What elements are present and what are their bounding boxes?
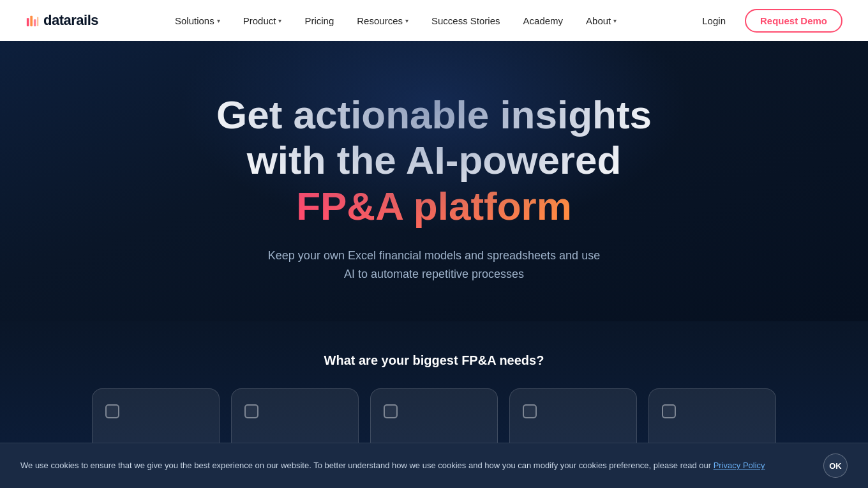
nav-item-academy[interactable]: Academy (514, 10, 572, 31)
chevron-down-icon: ▾ (613, 17, 617, 24)
nav-item-pricing[interactable]: Pricing (296, 10, 343, 31)
nav-item-success-stories[interactable]: Success Stories (423, 10, 509, 31)
logo-text: datarails (43, 12, 98, 29)
nav-item-product[interactable]: Product ▾ (234, 10, 291, 31)
hero-subtitle: Keep your own Excel financial models and… (26, 247, 842, 284)
svg-rect-3 (37, 17, 38, 27)
privacy-policy-link[interactable]: Privacy Policy (714, 461, 765, 470)
svg-rect-2 (34, 19, 36, 26)
login-button[interactable]: Login (693, 10, 735, 31)
cookie-banner: We use cookies to ensure that we give yo… (0, 443, 868, 488)
chevron-down-icon: ▾ (278, 17, 281, 24)
card-checkbox[interactable] (244, 404, 258, 418)
chevron-down-icon: ▾ (217, 17, 220, 24)
svg-rect-1 (30, 16, 33, 26)
card-checkbox[interactable] (662, 404, 676, 418)
hero-section: Get actionable insights with the AI-powe… (0, 41, 868, 321)
cookie-text: We use cookies to ensure that we give yo… (20, 459, 811, 472)
card-checkbox[interactable] (105, 404, 119, 418)
nav-actions: Login Request Demo (693, 9, 842, 33)
nav-item-about[interactable]: About ▾ (577, 10, 625, 31)
card-checkbox[interactable] (523, 404, 537, 418)
nav-links: Solutions ▾ Product ▾ Pricing Resources … (166, 10, 625, 31)
brand-logo[interactable]: datarails (26, 12, 98, 29)
svg-rect-0 (27, 18, 29, 26)
navbar: datarails Solutions ▾ Product ▾ Pricing … (0, 0, 868, 41)
request-demo-button[interactable]: Request Demo (745, 9, 842, 33)
card-checkbox[interactable] (384, 404, 398, 418)
nav-item-solutions[interactable]: Solutions ▾ (166, 10, 229, 31)
hero-heading: Get actionable insights with the AI-powe… (26, 92, 842, 229)
nav-item-resources[interactable]: Resources ▾ (348, 10, 417, 31)
chevron-down-icon: ▾ (405, 17, 408, 24)
cookie-ok-button[interactable]: OK (823, 454, 848, 478)
needs-title: What are your biggest FP&A needs? (26, 353, 842, 368)
logo-icon (26, 13, 40, 27)
hero-highlight: FP&A platform (296, 184, 572, 228)
